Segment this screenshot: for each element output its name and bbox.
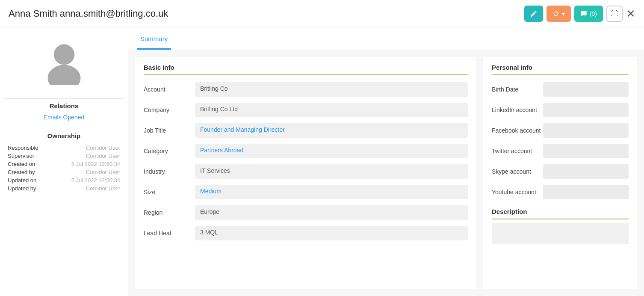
ownership-field-value: 5 Jul 2022 12:50:34 [71,177,120,184]
expand-icon: ⛶ [611,10,618,18]
ownership-field-value: Comidor User [86,145,120,151]
field-skype: Skype account [492,164,629,179]
facebook-label: Facebook account [492,127,543,134]
personal-info-title: Personal Info [492,64,629,75]
field-lead-heat: Lead Heat 3 MQL [144,226,468,240]
company-label: Company [144,107,195,113]
birth-date-label: Birth Date [492,86,543,93]
content-area: Basic Info Account Britling Co Company B… [128,50,644,296]
category-value[interactable]: Partners Abroad [195,144,468,158]
svg-point-0 [53,44,74,65]
company-value[interactable]: Britling Co Ltd [195,103,468,117]
job-title-label: Job Title [144,127,195,134]
job-title-value[interactable]: Founder and Managing Director [195,123,468,138]
youtube-value[interactable] [543,185,629,199]
ownership-field-value: Comidor User [86,153,120,159]
tabs-bar: Summary [128,27,644,50]
action-dropdown-label: ▾ [562,10,565,17]
field-linkedin: LinkedIn account [492,103,629,117]
industry-value[interactable]: IT Services [195,164,468,179]
sidebar: Relations Emails Opened Ownership Respon… [0,27,128,296]
region-label: Region [144,209,195,216]
linkedin-label: LinkedIn account [492,107,543,113]
twitter-label: Twitter account [492,148,543,154]
ownership-row: Updated on5 Jul 2022 12:50:34 [4,176,124,184]
tab-summary[interactable]: Summary [137,27,171,50]
ownership-section: Ownership ResponsibleComidor UserSupervi… [4,126,124,192]
action-button[interactable]: ▾ [547,6,571,22]
body: Relations Emails Opened Ownership Respon… [0,27,644,296]
right-column: Personal Info Birth Date LinkedIn accoun… [483,57,637,289]
facebook-value[interactable] [543,123,629,138]
ownership-field-label: Responsible [8,145,38,151]
ownership-field-label: Created on [8,161,35,167]
account-value[interactable]: Britling Co [195,82,468,97]
expand-button[interactable]: ⛶ [606,6,623,22]
page-title: Anna Smith anna.smith@britling.co.uk [9,8,168,19]
size-value[interactable]: Medium [195,185,468,199]
skype-value[interactable] [543,164,629,179]
basic-info-title: Basic Info [144,64,468,75]
field-category: Category Partners Abroad [144,144,468,158]
field-twitter: Twitter account [492,144,629,158]
field-company: Company Britling Co Ltd [144,103,468,117]
edit-icon [530,10,538,18]
avatar [38,36,90,87]
comment-icon [580,10,587,17]
close-icon: ✕ [626,7,635,20]
skype-label: Skype account [492,168,543,175]
field-birth-date: Birth Date [492,82,629,97]
field-industry: Industry IT Services [144,164,468,179]
lead-heat-label: Lead Heat [144,230,195,237]
ownership-row: Created on5 Jul 2022 12:50:34 [4,160,124,168]
birth-date-value[interactable] [543,82,629,97]
basic-info-card: Basic Info Account Britling Co Company B… [135,57,476,289]
ownership-row: SupervisorComidor User [4,152,124,160]
close-button[interactable]: ✕ [626,8,635,19]
header: Anna Smith anna.smith@britling.co.uk ▾ (… [0,0,644,27]
ownership-field-label: Created by [8,169,35,175]
ownership-field-value: Comidor User [86,185,120,192]
category-label: Category [144,148,195,154]
ownership-row: ResponsibleComidor User [4,144,124,152]
refresh-icon [552,10,559,17]
linkedin-value[interactable] [543,103,629,117]
avatar-image [41,38,88,85]
main-window: Anna Smith anna.smith@britling.co.uk ▾ (… [0,0,644,296]
field-facebook: Facebook account [492,123,629,138]
ownership-field-value: 5 Jul 2022 12:50:34 [71,161,120,167]
youtube-label: Youtube account [492,189,543,195]
edit-button[interactable] [524,6,543,22]
ownership-field-label: Updated by [8,185,36,192]
size-label: Size [144,189,195,195]
ownership-field-value: Comidor User [86,169,120,175]
main-content: Summary Basic Info Account Britling Co C… [128,27,644,296]
description-area[interactable] [492,223,629,244]
region-value[interactable]: Europe [195,205,468,220]
ownership-field-label: Supervisor [8,153,34,159]
ownership-title: Ownership [4,130,124,144]
comment-count-label: (0) [590,10,597,17]
lead-heat-value[interactable]: 3 MQL [195,226,468,240]
comment-button[interactable]: (0) [574,6,603,22]
twitter-value[interactable] [543,144,629,158]
field-job-title: Job Title Founder and Managing Director [144,123,468,138]
ownership-table: ResponsibleComidor UserSupervisorComidor… [4,144,124,192]
industry-label: Industry [144,168,195,175]
header-actions: ▾ (0) ⛶ ✕ [524,6,635,22]
field-size: Size Medium [144,185,468,199]
field-youtube: Youtube account [492,185,629,199]
ownership-row: Updated byComidor User [4,184,124,192]
field-account: Account Britling Co [144,82,468,97]
personal-info-card: Personal Info Birth Date LinkedIn accoun… [483,57,637,289]
ownership-field-label: Updated on [8,177,36,184]
emails-opened-link[interactable]: Emails Opened [4,112,124,122]
description-title: Description [492,208,629,219]
account-label: Account [144,86,195,93]
svg-point-1 [47,65,80,85]
field-region: Region Europe [144,205,468,220]
relations-section-title: Relations [4,98,124,112]
ownership-row: Created byComidor User [4,168,124,176]
